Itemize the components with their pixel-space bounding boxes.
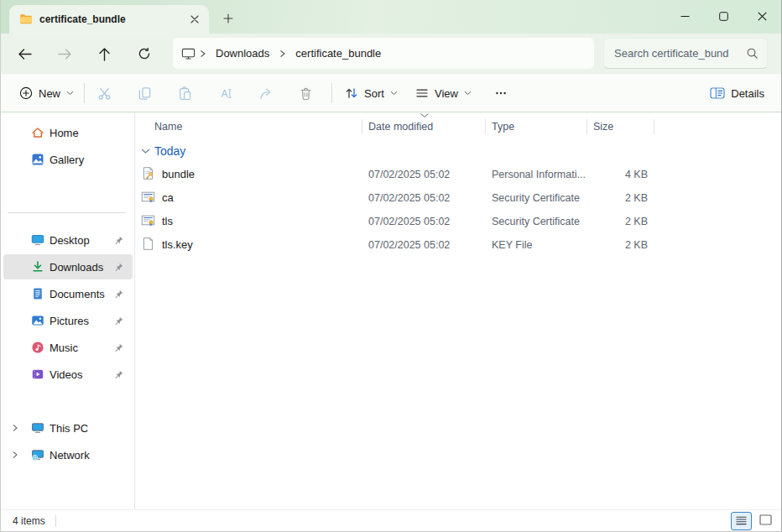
view-lines-icon — [415, 86, 429, 100]
breadcrumb-item-current-folder[interactable]: certificate_bundle — [289, 44, 387, 62]
tab-close-button[interactable] — [185, 10, 204, 29]
file-row-tls-key[interactable]: tls.key 07/02/2025 05:02 KEY File 2 KB — [136, 232, 673, 256]
pin-icon — [113, 316, 124, 326]
file-type: KEY File — [492, 239, 532, 251]
file-name: ca — [162, 191, 174, 204]
group-header-today[interactable]: Today — [141, 141, 185, 161]
up-button[interactable] — [91, 40, 117, 67]
chevron-down-icon — [464, 91, 472, 96]
status-divider — [55, 515, 56, 527]
file-type: Security Certificate — [492, 192, 580, 204]
sidebar-item-documents[interactable]: Documents — [3, 281, 133, 306]
file-type: Security Certificate — [492, 216, 580, 227]
breadcrumb: Downloads certificate_bundle — [173, 38, 594, 69]
column-divider[interactable] — [362, 119, 362, 134]
pictures-icon — [31, 314, 44, 327]
column-divider[interactable] — [586, 119, 587, 134]
new-tab-button[interactable] — [217, 9, 239, 28]
search-box[interactable] — [603, 38, 768, 69]
file-date-modified: 07/02/2025 05:02 — [368, 216, 450, 227]
copy-button[interactable] — [128, 80, 161, 107]
sidebar-divider — [8, 212, 125, 213]
sidebar-item-downloads[interactable]: Downloads — [3, 254, 133, 279]
sidebar-item-label: This PC — [50, 422, 88, 435]
sidebar-item-network[interactable]: Network — [3, 442, 133, 467]
details-view-toggle[interactable] — [731, 512, 752, 530]
navigation-bar: Downloads certificate_bundle — [1, 34, 781, 74]
pin-icon — [113, 235, 124, 246]
sidebar-item-music[interactable]: Music — [3, 335, 133, 360]
cut-button[interactable] — [87, 80, 121, 107]
share-button[interactable] — [248, 80, 282, 107]
maximize-button[interactable] — [704, 0, 743, 32]
column-header-name[interactable]: Name — [154, 117, 182, 136]
file-row-bundle[interactable]: bundle 07/02/2025 05:02 Personal Informa… — [136, 162, 673, 185]
file-date-modified: 07/02/2025 05:02 — [368, 169, 450, 180]
new-button-label: New — [39, 87, 60, 100]
delete-button[interactable] — [289, 80, 322, 107]
music-icon — [31, 341, 44, 354]
details-pane-icon — [710, 87, 725, 99]
sidebar-item-pictures[interactable]: Pictures — [3, 308, 133, 333]
more-options-button[interactable] — [486, 80, 516, 107]
chevron-right-icon — [199, 50, 206, 58]
file-size: 2 KB — [585, 239, 648, 251]
file-row-tls[interactable]: tls 07/02/2025 05:02 Security Certificat… — [136, 209, 673, 232]
key-file-icon — [141, 237, 155, 251]
file-type: Personal Informati... — [492, 169, 586, 180]
share-icon — [258, 86, 273, 101]
sidebar-item-this-pc[interactable]: This PC — [3, 415, 133, 441]
sidebar-item-label: Network — [50, 449, 90, 462]
column-header-type[interactable]: Type — [492, 117, 514, 136]
this-pc-icon — [31, 421, 44, 435]
paste-button[interactable] — [168, 80, 201, 107]
circle-plus-icon — [19, 86, 33, 100]
file-name: bundle — [162, 168, 195, 180]
search-input[interactable] — [614, 47, 746, 60]
sidebar-item-desktop[interactable]: Desktop — [3, 227, 133, 253]
sidebar-item-videos[interactable]: Videos — [3, 362, 133, 387]
file-explorer-window: certificate_bundle — [0, 0, 782, 532]
pin-icon — [113, 369, 124, 380]
sidebar-item-label: Documents — [50, 288, 105, 300]
pin-icon — [113, 262, 124, 273]
sidebar-item-gallery[interactable]: Gallery — [3, 147, 133, 172]
column-divider[interactable] — [485, 119, 486, 134]
sidebar-item-home[interactable]: Home — [3, 120, 133, 145]
file-size: 2 KB — [585, 216, 648, 227]
downloads-icon — [31, 260, 44, 274]
details-button[interactable]: Details — [705, 80, 769, 107]
close-button[interactable] — [743, 0, 781, 32]
home-icon — [31, 126, 44, 139]
explorer-tab[interactable]: certificate_bundle — [9, 5, 209, 34]
forward-button[interactable] — [51, 40, 78, 67]
sidebar-item-label: Videos — [50, 368, 83, 381]
rename-button[interactable] — [208, 80, 242, 107]
sort-button-label: Sort — [364, 87, 384, 100]
item-count: 4 items — [13, 515, 45, 527]
column-header-size[interactable]: Size — [593, 117, 613, 136]
this-pc-icon — [181, 47, 196, 60]
new-button[interactable]: New — [14, 80, 79, 107]
sort-button[interactable]: Sort — [340, 80, 403, 107]
column-divider[interactable] — [654, 119, 654, 134]
sidebar-item-label: Gallery — [50, 154, 84, 166]
large-icons-view-toggle[interactable] — [755, 512, 776, 530]
tab-title: certificate_bundle — [39, 13, 179, 25]
rename-icon — [218, 86, 232, 101]
chevron-down-icon — [390, 91, 398, 96]
back-button[interactable] — [11, 40, 38, 67]
file-size: 4 KB — [585, 169, 648, 180]
file-row-ca[interactable]: ca 07/02/2025 05:02 Security Certificate… — [136, 185, 673, 209]
minimize-button[interactable] — [665, 0, 704, 32]
breadcrumb-item-downloads[interactable]: Downloads — [210, 44, 275, 62]
refresh-button[interactable] — [131, 40, 158, 67]
scissors-icon — [97, 86, 112, 101]
chevron-right-icon[interactable] — [11, 451, 19, 459]
chevron-right-icon[interactable] — [11, 424, 19, 432]
view-button[interactable]: View — [410, 80, 477, 107]
column-header-date-modified[interactable]: Date modified — [368, 117, 433, 136]
chevron-right-icon — [279, 50, 286, 58]
details-button-label: Details — [731, 87, 764, 100]
status-bar: 4 items — [1, 509, 781, 531]
